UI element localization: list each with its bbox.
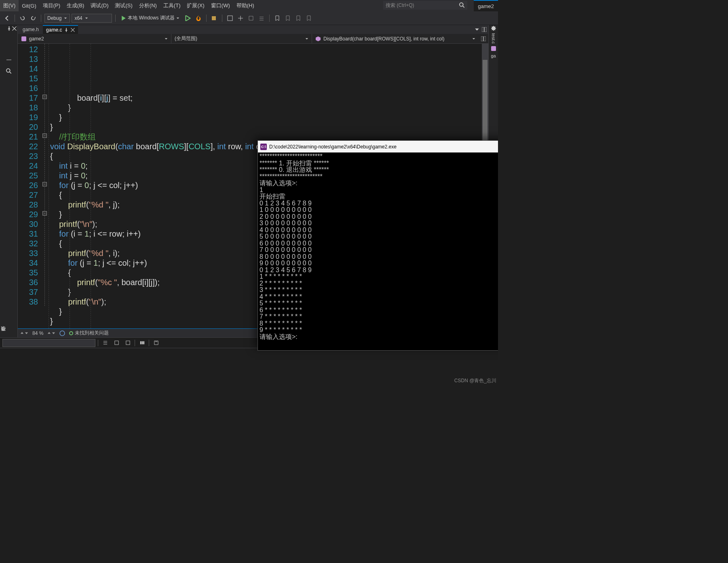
info-icon[interactable]: [59, 330, 65, 336]
run-label: 本地 Windows 调试器: [128, 15, 174, 21]
output-btn-2[interactable]: [112, 339, 121, 347]
bookmark-prev-icon[interactable]: [283, 14, 292, 23]
right-tab-prefix: ga: [491, 53, 496, 58]
console-window[interactable]: C:\ D:\code\2022\learning-notes\game2\x6…: [257, 140, 498, 351]
function-scope-dropdown[interactable]: DisplayBoard(char board[ROWS][COLS], int…: [312, 34, 479, 43]
menu-项目(P)[interactable]: 项目(P): [40, 0, 63, 11]
toolbar-btn-4[interactable]: [257, 14, 266, 23]
bookmark-next-icon[interactable]: [294, 14, 303, 23]
play-icon: [121, 16, 126, 21]
configuration-value: Debug: [47, 15, 61, 21]
chevron-down-icon: [305, 37, 308, 40]
menu-Git(G)[interactable]: Git(G): [19, 0, 39, 11]
left-sidebar: 个项目: [0, 25, 18, 337]
pin-icon[interactable]: [64, 28, 68, 32]
svg-rect-8: [114, 341, 118, 345]
scope-label: DisplayBoard(char board[ROWS][COLS], int…: [323, 36, 470, 42]
right-tab-label[interactable]: test.c: [491, 33, 496, 44]
search-placeholder: 搜索 (Ctrl+Q): [386, 2, 459, 9]
nav-back-button[interactable]: [2, 14, 11, 23]
console-titlebar[interactable]: C:\ D:\code\2022\learning-notes\game2\x6…: [258, 141, 498, 152]
output-btn-1[interactable]: [101, 339, 110, 347]
project-scope-dropdown[interactable]: game2: [18, 34, 171, 43]
tab-game-c[interactable]: game.c: [43, 25, 78, 34]
menu-生成(B)[interactable]: 生成(B): [63, 0, 87, 11]
close-icon[interactable]: [12, 26, 17, 31]
search-icon[interactable]: [0, 54, 17, 66]
output-btn-3[interactable]: [123, 339, 132, 347]
console-title: D:\code\2022\learning-notes\game2\x64\De…: [269, 144, 498, 150]
fold-toggle[interactable]: -: [42, 133, 47, 138]
menu-扩展(X)[interactable]: 扩展(X): [184, 0, 207, 11]
tab-label: game.h: [23, 27, 39, 32]
bookmark-clear-icon[interactable]: [304, 14, 313, 23]
split-editor-icon[interactable]: [482, 27, 487, 32]
method-icon: [315, 36, 321, 42]
output-content[interactable]: [0, 348, 498, 385]
split-vertical-icon[interactable]: [481, 36, 486, 41]
menubar: 图(V)Git(G)项目(P)生成(B)调试(D)测试(S)分析(N)工具(T)…: [0, 0, 498, 11]
toolbar-btn-3[interactable]: [247, 14, 255, 23]
undo-button[interactable]: [18, 14, 27, 23]
menu-调试(D)[interactable]: 调试(D): [87, 0, 112, 11]
output-source-dropdown[interactable]: [2, 339, 95, 347]
toolbar-btn-1[interactable]: [226, 14, 234, 23]
svg-rect-7: [491, 46, 496, 51]
output-btn-5[interactable]: [152, 339, 160, 347]
hot-reload-button[interactable]: [194, 14, 203, 23]
line-numbers: 1213141516171819202122232425262728293031…: [18, 44, 42, 328]
menu-窗口(W)[interactable]: 窗口(W): [208, 0, 233, 11]
pin-icon[interactable]: [7, 26, 11, 31]
toolbar-btn-2[interactable]: [236, 14, 245, 23]
chevron-down-icon: [472, 37, 475, 40]
wrench-icon[interactable]: [0, 66, 17, 77]
namespace-scope-dropdown[interactable]: (全局范围): [171, 34, 312, 43]
output-btn-4[interactable]: [137, 339, 146, 347]
fold-gutter[interactable]: ----: [42, 44, 49, 328]
redo-button[interactable]: [29, 14, 38, 23]
svg-rect-2: [212, 16, 216, 20]
bookmark-icon[interactable]: [273, 14, 282, 23]
configuration-dropdown[interactable]: Debug: [44, 14, 70, 23]
platform-dropdown[interactable]: x64: [72, 14, 112, 23]
start-without-debugging-button[interactable]: [184, 14, 192, 23]
zoom-level[interactable]: 84 %: [32, 330, 43, 336]
svg-rect-5: [21, 36, 26, 41]
svg-rect-3: [228, 16, 232, 21]
project-icon[interactable]: [491, 46, 496, 51]
tab-label: game.c: [46, 27, 62, 33]
menu-帮助(H)[interactable]: 帮助(H): [233, 0, 257, 11]
menu-测试(S)[interactable]: 测试(S): [112, 0, 135, 11]
start-debugging-button[interactable]: 本地 Windows 调试器: [119, 14, 181, 23]
gear-icon[interactable]: [491, 26, 496, 31]
console-output[interactable]: ************************* ******* 1. 开始扫…: [258, 152, 498, 350]
chevron-down-icon[interactable]: [475, 27, 479, 32]
issues-text[interactable]: 未找到相关问题: [75, 330, 109, 337]
document-tabs: game.h game.c: [18, 25, 488, 34]
status-ok-icon: [69, 331, 73, 335]
fold-toggle[interactable]: -: [42, 182, 47, 186]
tab-game-h[interactable]: game.h: [19, 25, 42, 34]
global-search[interactable]: 搜索 (Ctrl+Q): [383, 1, 467, 10]
project-icon: [21, 36, 27, 42]
watermark: CSDN @青色_忘川: [454, 377, 496, 384]
platform-value: x64: [74, 15, 82, 21]
chevron-down-icon: [176, 17, 179, 20]
main-toolbar: Debug x64 本地 Windows 调试器: [0, 11, 498, 25]
svg-rect-9: [126, 341, 129, 345]
console-icon: C:\: [260, 144, 267, 150]
fold-toggle[interactable]: -: [42, 95, 47, 99]
zoom-stepper[interactable]: [47, 331, 55, 335]
menu-工具(T)[interactable]: 工具(T): [160, 0, 184, 11]
collapse-icon[interactable]: [20, 331, 28, 335]
fold-toggle[interactable]: -: [42, 211, 47, 216]
close-icon[interactable]: [71, 28, 75, 32]
menu-图(V)[interactable]: 图(V): [0, 0, 19, 11]
search-icon: [459, 2, 465, 8]
new-item-button[interactable]: [210, 14, 219, 23]
solution-name[interactable]: game2: [474, 0, 498, 11]
svg-point-6: [60, 331, 65, 336]
menu-分析(N)[interactable]: 分析(N): [136, 0, 160, 11]
navigation-bar: game2 (全局范围) DisplayBoard(char board[ROW…: [18, 34, 488, 44]
scope-label: game2: [29, 36, 162, 42]
